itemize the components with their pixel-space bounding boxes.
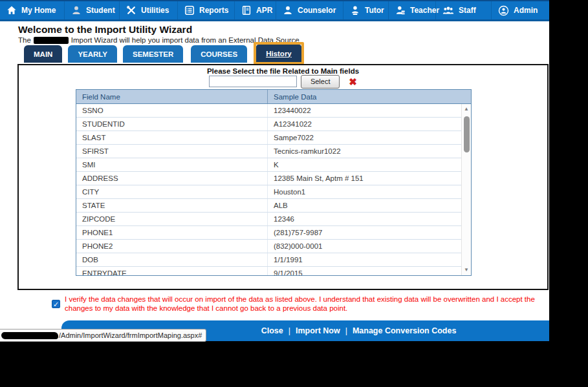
field-name-cell: PHONE1 [76,226,268,239]
nav-item-tutor[interactable]: Tutor [343,1,389,19]
nav-label: Staff [459,6,476,15]
nav-item-teacher[interactable]: VA Teacher [389,1,436,19]
tab-history[interactable]: History [256,45,301,62]
history-tab-highlight-box: History [254,42,304,65]
url-redaction-scribble [1,332,58,339]
student-icon [71,5,82,16]
nav-item-reports[interactable]: Reports [178,1,235,19]
field-name-cell: SMI [76,158,268,171]
sample-data-cell: A12341022 [268,118,471,131]
table-row: SMIK [76,158,471,172]
field-name-cell: DOB [76,253,268,266]
link-separator: | [345,326,347,335]
nav-item-apr[interactable]: APR [235,1,276,19]
field-name-cell: ADDRESS [76,172,268,185]
staff-icon [442,5,454,16]
clear-file-icon[interactable]: ✖ [349,77,357,87]
field-name-cell: SFIRST [76,145,268,158]
tutor-icon [350,5,360,16]
field-name-cell: SSNO [76,104,268,117]
sample-data-cell: 12346 [268,213,471,225]
scroll-down-icon[interactable]: ▼ [462,266,471,275]
nav-item-admin[interactable]: Admin [492,1,547,19]
table-row: STATEALB [76,199,471,213]
table-row: ENTRYDATE9/1/2015 [76,267,471,276]
nav-item-student[interactable]: Student [65,1,120,19]
import-now-link[interactable]: Import Now [296,326,340,335]
apr-icon [241,5,252,16]
table-row: PHONE2(832)000-0001 [76,240,471,253]
nav-label: Tutor [365,6,384,15]
nav-label: Student [86,6,115,15]
sample-data-cell: 9/1/2015 [268,267,471,276]
scroll-up-icon[interactable]: ▲ [462,105,471,114]
nav-item-my-home[interactable]: My Home [0,1,65,19]
verify-section: ✓ I verify the data changes that will oc… [52,295,547,313]
sample-data-cell: 123440022 [268,104,471,117]
screenshot-canvas: My Home Student Utilities Reports APR Co… [0,0,588,387]
wizard-panel: Please Select the file Related to Main f… [17,64,549,290]
nav-item-staff[interactable]: Staff [436,1,492,19]
admin-icon [498,5,509,16]
table-row: SLASTSampe7022 [76,131,471,145]
teacher-icon: VA [395,5,406,16]
field-name-cell: STUDENTID [76,118,268,131]
sample-data-cell: Houston1 [268,185,471,198]
nav-item-counselor[interactable]: Counselor [276,1,343,19]
table-row: CITYHouston1 [76,185,471,199]
counselor-icon [283,5,293,16]
nav-label: APR [256,6,272,15]
browser-page: My Home Student Utilities Reports APR Co… [0,0,549,341]
link-separator: | [289,326,290,335]
wizard-tab-bar: MAIN YEARLY SEMESTER COURSES History [24,45,304,65]
tab-semester[interactable]: SEMESTER [123,45,183,63]
sample-data-cell: 1/1/1991 [268,253,471,266]
top-nav-bar: My Home Student Utilities Reports APR Co… [0,0,549,21]
verify-checkbox[interactable]: ✓ [52,300,60,308]
sample-data-cell: Tecnics-ramkur1022 [268,145,471,158]
verify-text: I verify the data changes that will occu… [65,295,547,313]
manage-conversion-codes-link[interactable]: Manage Conversion Codes [353,326,456,335]
reports-icon [184,5,195,16]
field-name-cell: PHONE2 [76,240,268,253]
utilities-icon [126,5,136,16]
table-row: ADDRESS12385 Main St, Aptm # 151 [76,172,471,185]
scrollbar-thumb[interactable] [464,116,470,152]
home-icon [6,5,17,16]
table-header-row: Field Name Sample Data [76,90,471,104]
status-url-path: /Admin/ImportWizard/frmImportMaping.aspx… [59,331,202,339]
field-mapping-table: Field Name Sample Data SSNO123440022 STU… [76,89,472,276]
table-row: ZIPCODE12346 [76,213,471,226]
field-name-cell: CITY [76,185,268,198]
table-row: DOB1/1/1991 [76,253,471,267]
field-name-cell: STATE [76,199,268,212]
select-file-button[interactable]: Select [301,75,340,89]
tab-main[interactable]: MAIN [24,45,62,63]
table-row: PHONE1(281)757-9987 [76,226,471,240]
tab-yearly[interactable]: YEARLY [68,45,117,63]
nav-label: My Home [21,6,56,15]
close-link[interactable]: Close [261,326,283,335]
svg-text:VA: VA [402,11,406,14]
sample-data-cell: (832)000-0001 [268,240,471,253]
nav-label: Counselor [298,6,336,15]
sample-data-cell: ALB [268,199,471,212]
file-path-input[interactable] [209,76,297,87]
column-header-sample-data: Sample Data [268,90,471,103]
nav-label: Admin [514,6,538,15]
tab-courses[interactable]: COURSES [191,45,247,63]
table-row: SSNO123440022 [76,104,471,118]
nav-item-utilities[interactable]: Utilities [120,1,178,19]
sample-data-cell: 12385 Main St, Aptm # 151 [268,172,471,185]
sample-data-cell: Sampe7022 [268,131,471,144]
nav-label: Reports [199,6,228,15]
nav-label: Utilities [141,6,169,15]
table-row: STUDENTIDA12341022 [76,118,471,131]
table-row: SFIRSTTecnics-ramkur1022 [76,145,471,158]
sample-data-cell: K [268,158,471,171]
column-header-field-name: Field Name [76,90,268,103]
field-name-cell: ZIPCODE [76,213,268,225]
subtitle-prefix: The [18,36,31,44]
table-scrollbar[interactable]: ▲ ▼ [461,104,471,275]
field-name-cell: SLAST [76,131,268,144]
